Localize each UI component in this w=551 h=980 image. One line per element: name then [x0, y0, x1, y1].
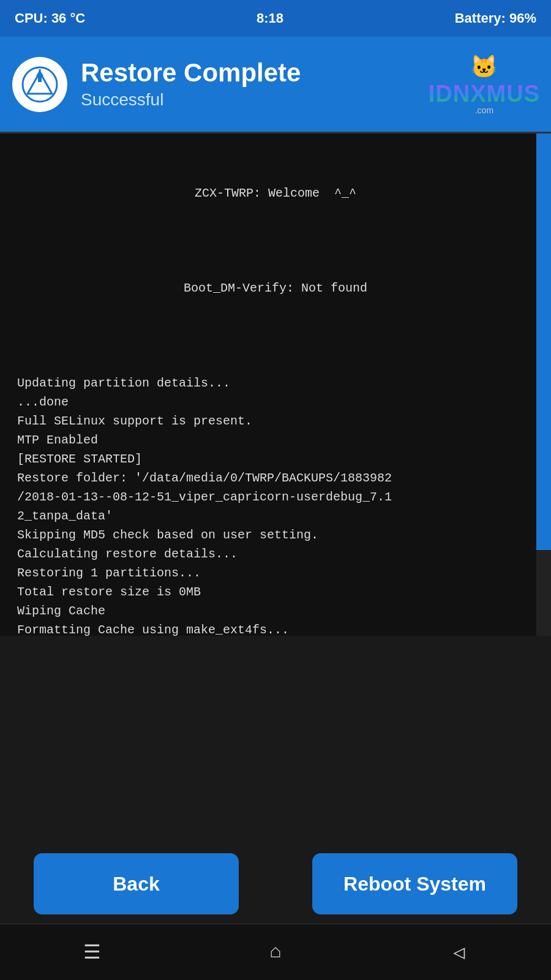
log-line: 2_tanpa_data' [17, 507, 534, 526]
log-line: [RESTORE STARTED] [17, 450, 534, 469]
brand-logo: 🐱 IDNXMUS .com [429, 54, 540, 115]
header-text: Restore Complete Successful [81, 59, 301, 109]
page-subtitle: Successful [81, 90, 301, 110]
cpu-status: CPU: 36 °C [15, 10, 85, 26]
twrp-icon [21, 66, 58, 103]
back-nav-icon[interactable]: ◁ [441, 934, 478, 971]
log-line: ...done [17, 393, 534, 412]
log-lines: Updating partition details......doneFull… [17, 374, 534, 636]
page-title: Restore Complete [81, 59, 301, 87]
status-bar: CPU: 36 °C 8:18 Battery: 96% [0, 0, 551, 37]
menu-nav-icon[interactable]: ☰ [73, 934, 110, 971]
log-line: Wiping Cache [17, 601, 534, 620]
log-line: Updating partition details... [17, 374, 534, 393]
log-line: Skipping MD5 check based on user setting… [17, 526, 534, 545]
brand-domain: .com [475, 105, 493, 115]
log-line: Total restore size is 0MB [17, 582, 534, 601]
reboot-button[interactable]: Reboot System [312, 853, 517, 914]
header: Restore Complete Successful 🐱 IDNXMUS .c… [0, 37, 551, 132]
brand-name: IDNXMUS [429, 82, 540, 105]
log-line: MTP Enabled [17, 431, 534, 450]
back-button[interactable]: Back [34, 853, 239, 914]
welcome-line: ZCX-TWRP: Welcome ^_^ [17, 184, 534, 203]
boot-line: Boot_DM-Verify: Not found [17, 279, 534, 298]
svg-marker-3 [36, 70, 43, 76]
battery-status: Battery: 96% [455, 10, 536, 26]
log-line: Calculating restore details... [17, 545, 534, 564]
log-line: Restoring 1 partitions... [17, 564, 534, 582]
log-line: /2018-01-13--08-12-51_viper_capricorn-us… [17, 488, 534, 507]
scrollbar[interactable] [536, 134, 551, 636]
log-line: Full SELinux support is present. [17, 412, 534, 431]
empty-space [0, 636, 551, 844]
log-line: Restore folder: '/data/media/0/TWRP/BACK… [17, 469, 534, 488]
app-icon [12, 57, 67, 112]
log-text: ZCX-TWRP: Welcome ^_^ Boot_DM-Verify: No… [17, 146, 534, 636]
time-status: 8:18 [257, 10, 283, 26]
nav-bar: ☰ ⌂ ◁ [0, 924, 551, 980]
button-row: Back Reboot System [0, 844, 551, 924]
svg-rect-4 [38, 76, 42, 82]
brand-mascot: 🐱 [470, 54, 498, 81]
scrollbar-thumb[interactable] [536, 134, 551, 550]
home-nav-icon[interactable]: ⌂ [257, 934, 294, 971]
log-line: Formatting Cache using make_ext4fs... [17, 620, 534, 636]
log-content: ZCX-TWRP: Welcome ^_^ Boot_DM-Verify: No… [0, 134, 551, 636]
log-container: ZCX-TWRP: Welcome ^_^ Boot_DM-Verify: No… [0, 134, 551, 636]
